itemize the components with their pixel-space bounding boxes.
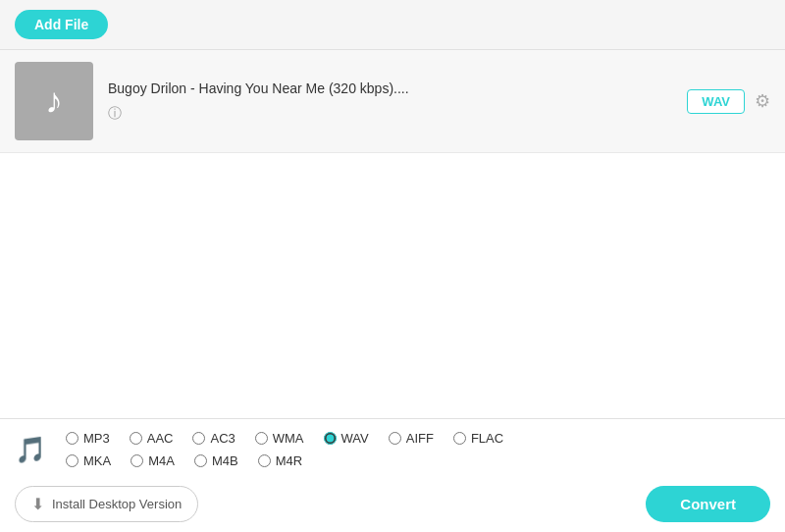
radio-groups: MP3 AAC AC3 WMA WAV AIFF F <box>66 431 503 468</box>
settings-icon[interactable]: ⚙ <box>755 90 770 112</box>
format-options: 🎵 MP3 AAC AC3 WMA WAV <box>0 419 785 476</box>
footer-bar: ⬇ Install Desktop Version Convert <box>0 476 785 532</box>
radio-m4r[interactable]: M4R <box>258 453 302 468</box>
file-item: ♪ Bugoy Drilon - Having You Near Me (320… <box>0 50 785 153</box>
radio-row-2: MKA M4A M4B M4R <box>66 453 503 468</box>
music-icon-large: ♪ <box>45 80 63 122</box>
add-file-button[interactable]: Add File <box>15 10 108 39</box>
radio-aac[interactable]: AAC <box>130 431 174 446</box>
radio-wav[interactable]: WAV <box>324 431 369 446</box>
header: Add File <box>0 0 785 50</box>
main-content: ♪ Bugoy Drilon - Having You Near Me (320… <box>0 50 785 418</box>
radio-wma[interactable]: WMA <box>255 431 304 446</box>
radio-mp3[interactable]: MP3 <box>66 431 110 446</box>
radio-m4b[interactable]: M4B <box>194 453 238 468</box>
file-actions: WAV ⚙ <box>687 89 770 114</box>
radio-m4a[interactable]: M4A <box>131 453 175 468</box>
install-button[interactable]: ⬇ Install Desktop Version <box>15 486 198 522</box>
convert-button[interactable]: Convert <box>646 486 770 522</box>
download-icon: ⬇ <box>31 495 44 513</box>
file-name: Bugoy Drilon - Having You Near Me (320 k… <box>108 80 672 96</box>
music-icon-small: 🎵 <box>15 435 46 465</box>
radio-ac3[interactable]: AC3 <box>192 431 235 446</box>
format-badge[interactable]: WAV <box>687 89 745 114</box>
radio-mka[interactable]: MKA <box>66 453 111 468</box>
info-icon[interactable]: ⓘ <box>108 105 122 121</box>
bottom-panel: 🎵 MP3 AAC AC3 WMA WAV <box>0 418 785 532</box>
radio-aiff[interactable]: AIFF <box>389 431 434 446</box>
radio-row-1: MP3 AAC AC3 WMA WAV AIFF F <box>66 431 503 446</box>
file-info: Bugoy Drilon - Having You Near Me (320 k… <box>93 80 687 123</box>
file-thumbnail: ♪ <box>15 62 93 140</box>
radio-flac[interactable]: FLAC <box>453 431 503 446</box>
install-label: Install Desktop Version <box>52 497 182 511</box>
